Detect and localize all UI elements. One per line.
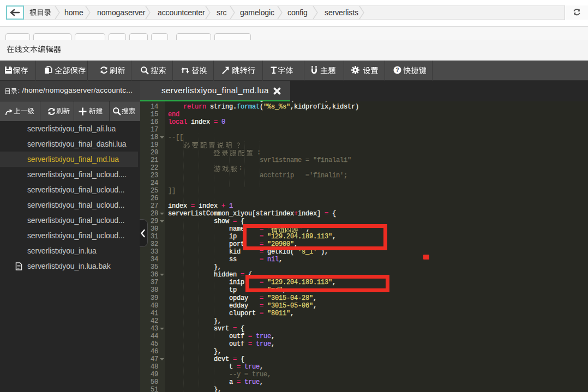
svg-text:?: ? — [395, 67, 399, 73]
